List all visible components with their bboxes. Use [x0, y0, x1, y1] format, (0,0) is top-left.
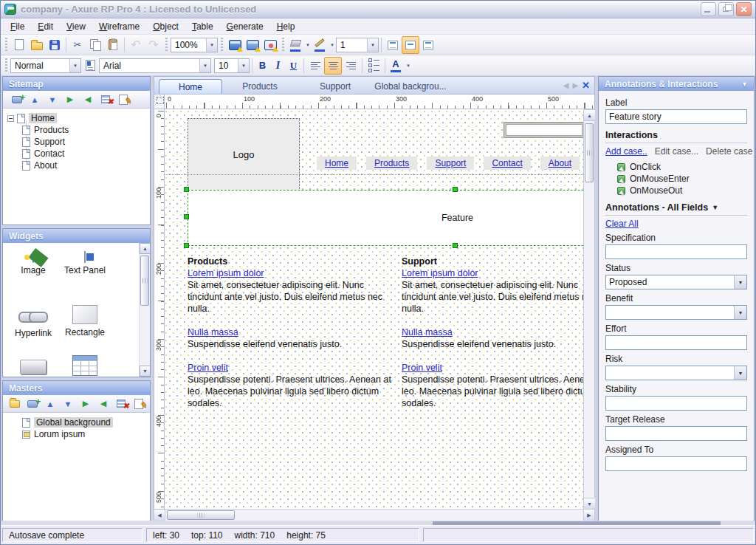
generate-word-button[interactable] — [244, 36, 261, 54]
redo-button[interactable]: ↷ — [145, 36, 162, 54]
font-size-combobox[interactable]: 10 ▾ — [214, 58, 250, 73]
products-column[interactable]: Products Lorem ipsum dolor Sit amet, con… — [188, 256, 397, 409]
chevron-down-icon[interactable]: ▾ — [69, 59, 80, 72]
label-input[interactable] — [605, 109, 747, 124]
widget-rectangle[interactable]: Rectangle — [62, 304, 108, 337]
generate-spec-button[interactable] — [261, 36, 279, 54]
tree-row-about[interactable]: About — [19, 160, 147, 171]
toolbar-drag-handle[interactable] — [221, 38, 223, 52]
valign-bottom-button[interactable] — [419, 36, 437, 54]
selection-handle-top-left[interactable] — [184, 187, 189, 192]
style-editor-button[interactable] — [81, 57, 99, 75]
delete-master-button[interactable]: ✖ — [112, 397, 130, 411]
panel-menu-icon[interactable]: ▼ — [741, 80, 748, 88]
widget-button[interactable] — [10, 360, 56, 374]
column-link[interactable]: Nulla massa — [402, 326, 453, 338]
tree-row-contact[interactable]: Contact — [19, 148, 147, 160]
toolbar-drag-handle[interactable] — [5, 38, 7, 52]
close-button[interactable]: ✕ — [736, 2, 752, 16]
menu-wireframe[interactable]: Wireframe — [92, 19, 146, 34]
assigned-to-input[interactable] — [605, 456, 747, 471]
tree-row-products[interactable]: Products — [19, 124, 147, 136]
valign-middle-button[interactable] — [402, 36, 419, 54]
tab-close-icon[interactable]: ✕ — [582, 80, 590, 91]
menu-file[interactable]: File — [4, 19, 31, 34]
tree-label[interactable]: Support — [34, 137, 65, 147]
master-label[interactable]: Global background — [34, 417, 113, 428]
tree-label[interactable]: Products — [34, 125, 69, 135]
nav-link-contact[interactable]: Contact — [484, 157, 530, 170]
move-down-button[interactable]: ▼ — [44, 93, 61, 106]
logo-widget[interactable]: Logo — [188, 118, 300, 191]
valign-top-button[interactable] — [384, 36, 402, 54]
event-onclick[interactable]: OnClick — [617, 161, 747, 173]
menu-edit[interactable]: Edit — [31, 19, 60, 34]
bullet-list-button[interactable] — [365, 57, 382, 75]
master-row-global-background[interactable]: Global background — [6, 417, 147, 428]
tree-row-home[interactable]: Home — [6, 112, 147, 124]
bold-button[interactable]: B — [255, 57, 270, 75]
tree-label[interactable]: Home — [29, 113, 57, 123]
generate-html-button[interactable] — [226, 36, 244, 54]
chevron-down-icon[interactable]: ▾ — [206, 38, 217, 52]
line-width-combobox[interactable]: 1 ▾ — [336, 38, 379, 52]
menu-table[interactable]: Table — [185, 19, 220, 34]
underline-button[interactable]: U — [286, 57, 301, 75]
italic-button[interactable]: I — [270, 57, 286, 75]
nav-link-about[interactable]: About — [540, 157, 580, 170]
selection-handle-mid-left[interactable] — [184, 214, 189, 219]
wireframe-canvas[interactable]: Logo Home Products Support Contact About… — [165, 109, 583, 510]
tree-label[interactable]: About — [34, 160, 57, 171]
edit-case-link[interactable]: Edit case... — [655, 146, 698, 157]
event-onmouseout[interactable]: OnMouseOut — [617, 185, 747, 196]
nav-link-support[interactable]: Support — [427, 157, 474, 170]
scroll-thumb[interactable] — [167, 510, 235, 520]
scroll-track[interactable] — [165, 510, 583, 521]
support-column[interactable]: Support Lorem ipsum dolor Sit amet, cons… — [402, 256, 583, 409]
stability-input[interactable] — [605, 396, 747, 411]
chevron-down-icon[interactable]: ▾ — [238, 59, 249, 72]
scroll-down-button[interactable]: ▼ — [584, 498, 595, 509]
line-color-button[interactable] — [312, 36, 328, 54]
font-color-button[interactable]: A — [388, 57, 404, 75]
indent-button[interactable]: ▶ — [77, 397, 94, 411]
align-center-button[interactable] — [324, 57, 342, 75]
selection-handle-bottom-center[interactable] — [453, 243, 458, 248]
tab-support[interactable]: Support — [298, 79, 373, 94]
menu-generate[interactable]: Generate — [220, 19, 270, 34]
open-button[interactable] — [28, 36, 46, 54]
master-row-lorum-ipsum[interactable]: Lorum ipsum — [6, 428, 147, 440]
align-left-button[interactable] — [306, 57, 324, 75]
edit-master-button[interactable]: ✎ — [130, 397, 148, 411]
widget-text-panel[interactable]: Text Panel — [62, 252, 108, 275]
add-master-button[interactable]: + — [24, 397, 41, 411]
scroll-track[interactable] — [140, 254, 150, 366]
delete-page-button[interactable]: ✖ — [97, 93, 114, 106]
widget-hyperlink[interactable]: Hyperlink — [10, 305, 56, 338]
tree-label[interactable]: Contact — [34, 148, 64, 159]
toolbar-drag-handle[interactable] — [282, 38, 284, 52]
column-link[interactable]: Proin velit — [402, 362, 442, 374]
fill-color-button[interactable] — [287, 36, 303, 54]
restore-button[interactable] — [718, 2, 734, 16]
toolbar-drag-handle[interactable] — [5, 58, 7, 73]
move-down-button[interactable]: ▼ — [59, 397, 77, 411]
risk-select[interactable]: ▾ — [605, 366, 747, 380]
chevron-down-icon[interactable]: ▾ — [199, 59, 210, 72]
scroll-thumb[interactable] — [585, 123, 594, 182]
tab-products[interactable]: Products — [222, 79, 298, 94]
master-label[interactable]: Lorum ipsum — [34, 429, 85, 439]
scroll-left-button[interactable]: ◀ — [154, 510, 165, 521]
edit-page-button[interactable]: ✎ — [114, 93, 132, 106]
target-release-input[interactable] — [605, 426, 747, 441]
zoom-combobox[interactable]: 100% ▾ — [171, 38, 218, 52]
cut-button[interactable]: ✂ — [69, 36, 86, 54]
minimize-button[interactable] — [701, 2, 716, 16]
tab-scroll-right-icon[interactable]: ▶ — [572, 81, 578, 89]
column-link[interactable]: Proin velit — [188, 362, 228, 374]
widget-table[interactable] — [62, 355, 108, 376]
chevron-down-icon[interactable]: ▾ — [734, 275, 746, 289]
font-color-dropdown[interactable]: ▾ — [405, 63, 412, 69]
paste-button[interactable] — [104, 36, 122, 54]
specification-input[interactable] — [605, 244, 747, 259]
